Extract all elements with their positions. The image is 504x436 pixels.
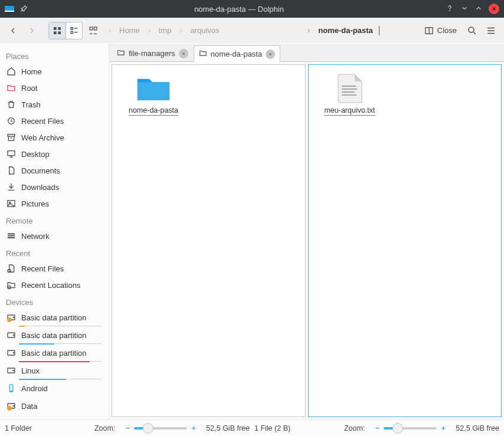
svg-rect-12 (94, 27, 97, 30)
zoom-label: Zoom: (94, 424, 115, 432)
recent-files-icon (6, 263, 17, 274)
drive-icon (6, 330, 17, 340)
pin-icon[interactable] (19, 4, 28, 14)
folder-icon (199, 49, 207, 59)
text-file-icon (331, 73, 369, 104)
sidebar-item-device[interactable]: Basic data partition (0, 327, 109, 345)
tab-close-button[interactable] (179, 49, 188, 58)
status-count-left: 1 Folder (5, 424, 32, 432)
tab-label: nome-da-pasta (211, 50, 262, 58)
right-pane[interactable]: meu-arquivo.txt (308, 64, 502, 417)
tab-close-button[interactable] (266, 50, 275, 59)
zoom-slider-left[interactable]: − + (134, 424, 187, 432)
close-window-button[interactable] (489, 4, 499, 14)
sidebar-item-device[interactable]: Android (0, 380, 109, 398)
svg-rect-42 (10, 385, 12, 391)
sidebar-item-recent-files[interactable]: Recent Files (0, 260, 109, 277)
search-button[interactable] (464, 22, 480, 39)
sidebar-item-downloads[interactable]: Downloads (0, 179, 109, 195)
zoom-slider-right[interactable]: − + (384, 424, 437, 432)
tab-label: file-managers (129, 49, 175, 58)
svg-rect-28 (8, 235, 15, 237)
sidebar-group-places: Places (0, 47, 109, 63)
svg-point-2 (450, 10, 450, 11)
close-split-label: Close (437, 26, 457, 35)
free-space-left: 52,5 GiB free (206, 424, 250, 432)
sidebar-item-device[interactable]: Basic data partition (0, 345, 109, 362)
icons-view-button[interactable] (49, 22, 66, 39)
download-icon (6, 182, 17, 192)
sidebar-item-webarchive[interactable]: Web Archive (0, 129, 109, 146)
folder-root-icon (6, 83, 17, 93)
drive-icon (6, 365, 17, 376)
sidebar-item-trash[interactable]: Trash (0, 96, 109, 113)
zoom-out-icon[interactable]: − (373, 424, 381, 432)
svg-rect-7 (71, 27, 73, 29)
folder-item[interactable]: nome-da-pasta (124, 73, 183, 116)
sidebar-item-recent-locations[interactable]: Recent Locations (0, 277, 109, 293)
drive-icon (6, 383, 17, 394)
zoom-out-icon[interactable]: − (123, 424, 132, 432)
breadcrumb-item[interactable]: Home (116, 24, 143, 37)
back-button[interactable] (5, 22, 21, 39)
sidebar-item-home[interactable]: Home (0, 63, 109, 80)
breadcrumb: Home tmp arquivos nome-da-pasta (104, 24, 417, 37)
documents-icon (6, 165, 17, 176)
svg-point-44 (13, 405, 14, 406)
sidebar-item-root[interactable]: Root (0, 80, 109, 96)
titlebar: nome-da-pasta — Dolphin (0, 0, 504, 18)
sidebar-item-network[interactable]: Network (0, 228, 109, 244)
sidebar-group-recent: Recent (0, 244, 109, 260)
file-label: nome-da-pasta (129, 106, 178, 116)
sidebar-item-documents[interactable]: Documents (0, 162, 109, 179)
breadcrumb-item[interactable]: arquivos (186, 24, 222, 37)
close-split-button[interactable]: Close (420, 24, 462, 38)
tab-file-managers[interactable]: file-managers (112, 45, 194, 61)
sidebar-item-recent[interactable]: Recent Files (0, 113, 109, 129)
breadcrumb-item-active[interactable]: nome-da-pasta (315, 24, 376, 37)
breadcrumb-item[interactable]: tmp (155, 24, 175, 37)
sidebar-item-device[interactable]: Data (0, 398, 109, 415)
svg-rect-5 (54, 31, 57, 34)
main: Places Home Root Trash Recent Files Web … (0, 44, 504, 419)
svg-rect-27 (8, 233, 15, 234)
tab-nome-da-pasta[interactable]: nome-da-pasta (194, 45, 280, 62)
help-icon[interactable] (445, 4, 454, 15)
status-bar: 1 Folder Zoom: − + 52,5 GiB free 1 File … (0, 419, 504, 436)
clock-icon (6, 116, 17, 126)
window-title: nome-da-pasta — Dolphin (33, 5, 445, 14)
archive-icon (6, 132, 17, 143)
forward-button[interactable] (24, 22, 40, 39)
text-file-item[interactable]: meu-arquivo.txt (320, 73, 379, 116)
sidebar-item-device[interactable]: Basic data partition (0, 309, 109, 327)
sidebar-item-desktop[interactable]: Desktop (0, 146, 109, 162)
drive-icon (6, 348, 17, 358)
content-area: file-managers nome-da-pasta nome-da-past… (109, 44, 504, 419)
svg-rect-11 (90, 27, 93, 30)
zoom-in-icon[interactable]: + (439, 424, 447, 432)
home-icon (6, 66, 17, 77)
svg-line-18 (473, 32, 476, 34)
zoom-label: Zoom: (344, 424, 365, 432)
hamburger-menu-button[interactable] (483, 22, 499, 39)
svg-point-33 (13, 317, 14, 317)
details-view-button[interactable] (85, 22, 102, 39)
svg-rect-6 (58, 31, 61, 34)
left-pane[interactable]: nome-da-pasta (112, 64, 306, 417)
minimize-icon[interactable] (460, 4, 469, 14)
compact-view-button[interactable] (66, 22, 82, 39)
pictures-icon (6, 198, 17, 209)
recent-locations-icon (6, 280, 17, 290)
zoom-in-icon[interactable]: + (189, 424, 198, 432)
split-panes: nome-da-pasta meu-arquivo.txt (109, 61, 504, 419)
svg-rect-1 (5, 11, 14, 12)
trash-icon (6, 99, 17, 110)
svg-point-45 (7, 406, 12, 411)
sidebar-item-device[interactable]: Linux (0, 362, 109, 380)
app-icon (5, 4, 14, 14)
svg-rect-29 (8, 237, 15, 238)
sidebar-item-pictures[interactable]: Pictures (0, 195, 109, 212)
chevron-right-icon (305, 27, 312, 34)
maximize-icon[interactable] (474, 4, 483, 14)
svg-point-17 (469, 27, 474, 32)
